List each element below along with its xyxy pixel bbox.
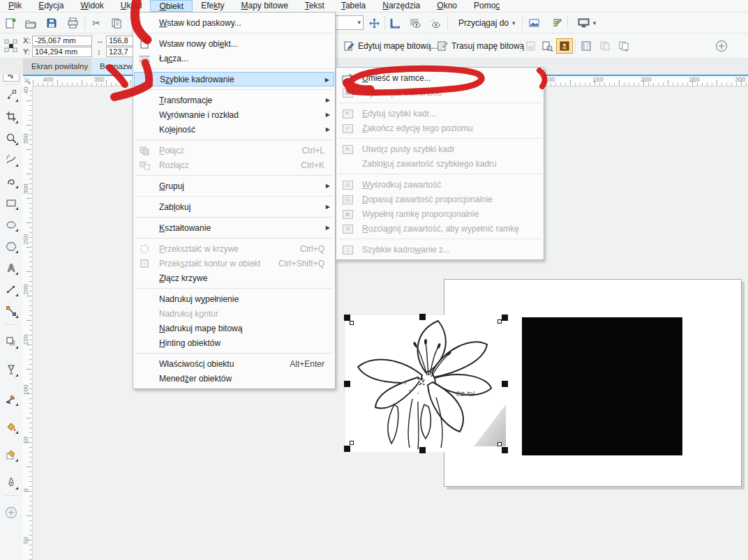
menu-plik[interactable]: Plik: [0, 0, 30, 12]
menu-item-label: Wstaw kod paskowy...: [159, 18, 241, 28]
ellipse-tool[interactable]: [3, 216, 20, 233]
rectangle-tool[interactable]: [3, 195, 20, 211]
smart-fill-tool[interactable]: [3, 446, 20, 463]
menu-tabela[interactable]: Tabela: [333, 0, 374, 12]
menu-uklad[interactable]: Układ: [112, 0, 151, 12]
grid-toggle-button[interactable]: [407, 15, 424, 31]
zoom-tool[interactable]: [3, 130, 20, 146]
selection-handle-se[interactable]: [502, 447, 508, 453]
selection-handle-w[interactable]: [344, 381, 350, 387]
menu-item-wyrownanie[interactable]: Wyrównanie i rozkład▶: [134, 107, 334, 122]
menu-item-label: Umieść w ramce...: [362, 73, 431, 83]
menu-item-hinting[interactable]: Hinting obiektów: [134, 335, 334, 350]
guidelines-toggle-button[interactable]: [426, 15, 443, 31]
menu-widok[interactable]: Widok: [72, 0, 112, 12]
x-position-input[interactable]: -25,067 mm: [32, 36, 92, 46]
menu-item-zlacz-krzywe[interactable]: Złącz krzywe: [134, 271, 334, 285]
ruler-label: 250: [689, 76, 700, 83]
menu-tekst[interactable]: Tekst: [297, 0, 333, 12]
open-button[interactable]: [22, 15, 39, 31]
panel-icon: [581, 40, 592, 52]
crop-tool[interactable]: [3, 108, 20, 125]
save-button[interactable]: [43, 15, 60, 31]
menu-item-nadrukuj-wypelnienie[interactable]: Nadrukuj wypełnienie: [134, 292, 334, 306]
selection-handle-e[interactable]: [502, 381, 508, 387]
pan-button[interactable]: [366, 15, 382, 31]
fit-contents-icon: ◱: [341, 193, 354, 206]
framed-image-button[interactable]: [556, 38, 573, 54]
menu-efekty[interactable]: Efekty: [193, 0, 232, 12]
menu-item-ksztaltowanie[interactable]: Kształtowanie▶: [134, 220, 334, 235]
menu-item-szybkie-kadrowanie[interactable]: Szybkie kadrowanie▶: [134, 72, 334, 86]
ruler-origin[interactable]: [22, 76, 33, 86]
submenu-item-umiesc-w-ramce[interactable]: Umieść w ramce...: [337, 70, 543, 85]
menu-obiekt[interactable]: Obiekt: [150, 0, 193, 12]
lily-bitmap-object[interactable]: ©B.Tal: [345, 315, 506, 452]
print-button[interactable]: [64, 15, 81, 31]
selection-handle-s[interactable]: [419, 447, 426, 453]
submenu-arrow-icon: ▶: [326, 225, 330, 231]
fill-tool[interactable]: [3, 418, 20, 435]
powerclip-with-icon: ⤵: [341, 243, 354, 256]
menu-mapy-bitowe[interactable]: Mapy bitowe: [232, 0, 296, 12]
menu-edycja[interactable]: Edycja: [30, 0, 72, 12]
menu-item-wstaw-kod-paskowy[interactable]: Wstaw kod paskowy...: [134, 15, 334, 30]
artistic-media-tool[interactable]: [3, 173, 20, 190]
connector-tool[interactable]: [3, 303, 20, 319]
drop-shadow-tool[interactable]: [3, 333, 20, 350]
menu-item-nadrukuj-mape[interactable]: Nadrukuj mapę bitową: [134, 321, 334, 335]
polygon-tool[interactable]: [3, 238, 20, 255]
tab-welcome-screen[interactable]: Ekran powitalny: [23, 59, 97, 75]
edit-bitmap-button[interactable]: Edytuj mapę bitową...: [339, 38, 442, 54]
menu-item-label: Zablokuj: [159, 202, 190, 212]
presentation-button[interactable]: [575, 15, 592, 31]
selection-handle-sw[interactable]: [344, 446, 350, 452]
menu-item-menedzer-obiektow[interactable]: Menedżer obiektów: [134, 371, 334, 386]
selection-center-marker[interactable]: ✕: [417, 377, 425, 387]
menu-item-polacz: PołączCtrl+L: [134, 143, 334, 158]
cut-button[interactable]: ✂: [88, 15, 105, 31]
copy-button[interactable]: [108, 15, 125, 31]
menu-pomoc[interactable]: Pomoc: [465, 0, 508, 12]
snap-to-button[interactable]: Przyciągaj do ▾: [454, 15, 520, 31]
menu-separator: [338, 138, 541, 139]
menu-item-transformacje[interactable]: Transformacje▶: [134, 93, 334, 107]
black-rectangle-object[interactable]: [522, 317, 682, 455]
add-tools-button[interactable]: [3, 504, 20, 521]
color-eyedropper-tool[interactable]: [3, 391, 20, 407]
bitmap-resample-button[interactable]: [539, 38, 555, 54]
shape-tool[interactable]: [3, 86, 20, 103]
object-properties-button[interactable]: [578, 38, 594, 54]
selection-handle-n[interactable]: [419, 314, 426, 320]
text-tool[interactable]: A: [3, 259, 20, 276]
menu-item-grupuj[interactable]: Grupuj▶: [134, 179, 334, 193]
vertical-ruler[interactable]: 400 350 300 250 200 150 100 50 0 50: [22, 76, 33, 560]
customization-button[interactable]: [548, 15, 565, 31]
menu-item-wlasciwosci[interactable]: Właściwości obiektuAlt+Enter: [134, 356, 334, 371]
artist-signature: ©B.Tal: [456, 391, 475, 398]
customize-propbar-button[interactable]: [713, 38, 730, 54]
image-frame-button[interactable]: [525, 15, 542, 31]
menu-narzedzia[interactable]: Narzędzia: [374, 0, 428, 12]
menu-item-label: Złącz krzywe: [159, 273, 207, 283]
selection-handle-ne[interactable]: [502, 315, 508, 321]
convert-button[interactable]: [615, 38, 632, 54]
rulers-toggle-button[interactable]: [387, 15, 404, 31]
y-position-input[interactable]: 104,294 mm: [32, 47, 92, 57]
new-document-button[interactable]: [2, 15, 19, 31]
freehand-tool[interactable]: [3, 151, 20, 168]
menu-okno[interactable]: Okno: [428, 0, 465, 12]
selection-handle-nw[interactable]: [344, 315, 350, 321]
transparency-tool[interactable]: [3, 361, 20, 378]
menu-shortcut: Alt+Enter: [290, 359, 324, 369]
resample-icon: [541, 40, 553, 52]
x-label: X:: [23, 36, 30, 45]
menu-item-wstaw-nowy-obiekt[interactable]: Wstaw nowy obiekt...: [134, 36, 334, 51]
outline-pen-tool[interactable]: [3, 474, 20, 491]
dimension-tool[interactable]: [3, 281, 20, 298]
presentation-chevron-button[interactable]: ▾: [590, 15, 599, 31]
menu-item-label: Nadrukuj mapę bitową: [159, 324, 242, 333]
menu-item-kolejnosc[interactable]: Kolejność▶: [134, 122, 334, 137]
menu-item-zablokuj[interactable]: Zablokuj▶: [134, 199, 334, 214]
menu-item-lacza[interactable]: -OLE-Łącza...: [134, 51, 334, 66]
